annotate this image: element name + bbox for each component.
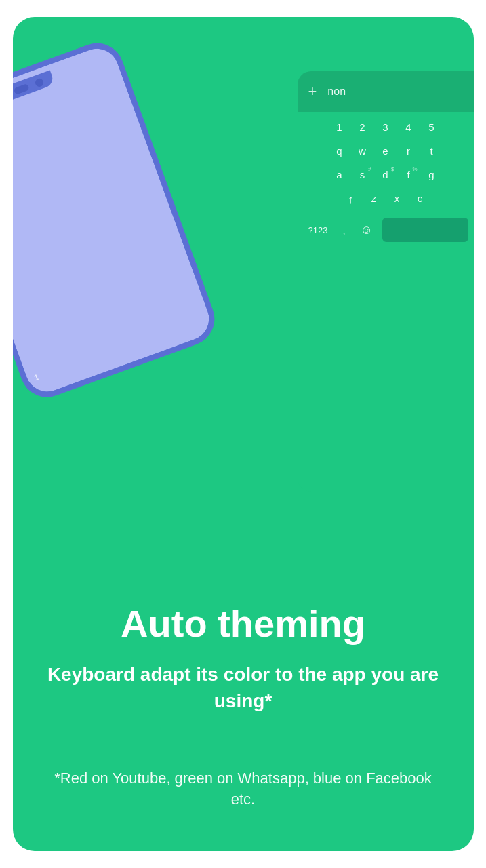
key-f: f% <box>399 165 419 184</box>
key-g: g <box>422 165 442 184</box>
key-emoji: ☺ <box>355 219 378 241</box>
footnote-text: *Red on Youtube, green on Whatsapp, blue… <box>47 768 440 810</box>
zxc-row: ↑ z x c <box>300 189 471 211</box>
key-comma: , <box>337 220 350 240</box>
key-s: s# <box>352 165 373 184</box>
screen-label: 1 <box>33 372 40 382</box>
asdf-row: a s# d$ f% g <box>300 165 471 184</box>
key-e: e <box>376 141 396 161</box>
phone-illustration: 1 <box>13 17 280 424</box>
key-z: z <box>364 189 384 211</box>
key-a: a <box>329 165 350 184</box>
key-3: 3 <box>376 117 396 137</box>
key-1: 1 <box>329 117 350 137</box>
shift-key: ↑ <box>341 189 361 211</box>
bottom-key-row: ?123 , ☺ <box>300 215 471 245</box>
description-text: Keyboard adapt its color to the app you … <box>47 661 440 714</box>
main-card: 1 + non 1 2 3 4 5 q w e <box>13 17 474 851</box>
key-d: d$ <box>376 165 396 184</box>
key-123: ?123 <box>303 221 333 239</box>
key-space <box>382 218 468 242</box>
key-5: 5 <box>422 117 442 137</box>
qwerty-row: q w e r t <box>300 141 471 161</box>
key-t: t <box>422 141 442 161</box>
keyboard-panel: + non 1 2 3 4 5 q w e r t a s# <box>298 71 474 492</box>
key-x: x <box>387 189 407 211</box>
keyboard-top-text: non <box>327 85 346 98</box>
phone-body: 1 <box>13 35 222 404</box>
divider <box>47 748 440 768</box>
key-c: c <box>410 189 430 211</box>
main-title: Auto theming <box>47 603 440 645</box>
key-2: 2 <box>352 117 373 137</box>
phone-screen: 1 <box>13 43 215 398</box>
content-area: Auto theming Keyboard adapt its color to… <box>13 576 474 851</box>
key-r: r <box>399 141 419 161</box>
keyboard-top-bar: + non <box>298 71 474 112</box>
keyboard-plus-icon: + <box>308 83 317 100</box>
number-row: 1 2 3 4 5 <box>300 117 471 137</box>
key-q: q <box>329 141 350 161</box>
keyboard-keys: 1 2 3 4 5 q w e r t a s# d$ f% g <box>298 112 474 250</box>
key-w: w <box>352 141 373 161</box>
key-4: 4 <box>399 117 419 137</box>
